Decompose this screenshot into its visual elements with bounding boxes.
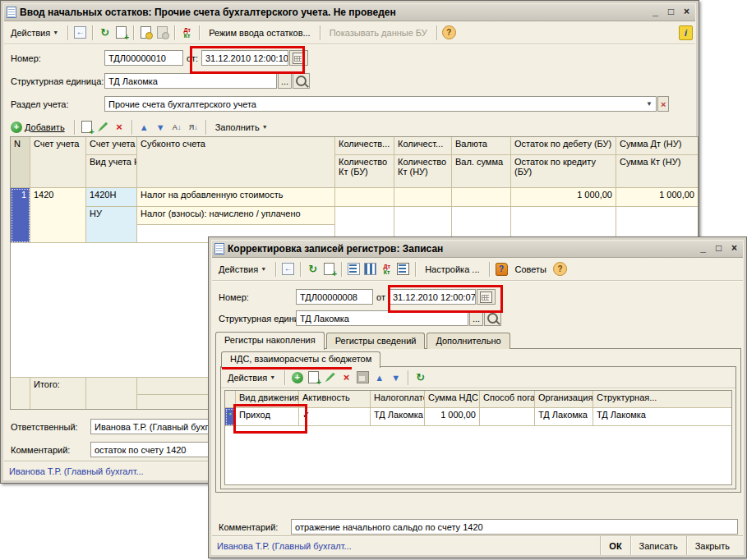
actions-menu-button[interactable]: Действия▼ [7, 26, 62, 39]
col-header-structural-unit[interactable]: Структурная... [593, 391, 731, 408]
col-header-qty-nu[interactable]: Количест... [394, 137, 452, 155]
help-icon[interactable]: ? [553, 262, 567, 276]
col-header-account-nu[interactable]: Счет учета НУ [86, 137, 137, 155]
post-document-icon[interactable]: ← [73, 25, 87, 39]
move-down-icon[interactable]: ▼ [389, 370, 403, 384]
help-icon[interactable]: ? [442, 25, 456, 39]
table-row[interactable]: 1 1420 1420Н НУ Налог на добавленную сто… [11, 188, 698, 243]
number-field[interactable]: ТДЛ00000010 [104, 50, 183, 66]
subconto-cell[interactable]: Налог на добавленную стоимость [137, 188, 335, 207]
chevron-down-icon[interactable]: ▼ [646, 100, 652, 108]
minimize-icon[interactable]: _ [697, 243, 709, 255]
sum-dt-nu-cell[interactable]: 1 000,00 [616, 188, 698, 207]
account-cell[interactable]: 1420 [30, 188, 86, 243]
save-rows-icon[interactable] [356, 370, 370, 384]
col-header-kind-nu[interactable]: Вид учета НУ [86, 155, 137, 188]
maximize-icon[interactable]: □ [712, 243, 725, 255]
report-icon[interactable] [396, 262, 410, 276]
dtkt-icon[interactable]: ДтКт [380, 262, 394, 276]
balance-entry-mode-button[interactable]: Режим ввода остатков... [205, 26, 315, 39]
col-header-organization[interactable]: Организация [535, 391, 593, 408]
fill-menu-button[interactable]: Заполнить▼ [211, 121, 272, 134]
current-user-link[interactable]: Иванова Т.Р. (Главный бухгалт... [9, 466, 144, 476]
copy-row-icon[interactable] [307, 370, 320, 384]
move-down-icon[interactable]: ▼ [154, 120, 168, 134]
number-field[interactable]: ТДЛ00000008 [296, 289, 373, 305]
sort-desc-icon[interactable]: Я↓ [187, 120, 201, 134]
edit-row-icon[interactable] [323, 370, 337, 384]
copy-document-icon[interactable] [322, 262, 336, 276]
vat-sum-cell[interactable]: 1 000,00 [425, 408, 480, 426]
organization-cell[interactable]: ТД Лакомка [535, 408, 593, 426]
subconto-nu-cell[interactable]: Налог (взносы): начислено / уплачено [137, 207, 335, 225]
close-icon[interactable]: × [680, 7, 693, 18]
col-header-sum-dt-nu[interactable]: Сумма Дт (НУ) [616, 137, 698, 155]
col-header-n[interactable]: N [11, 137, 30, 188]
copy-document-icon[interactable] [114, 25, 128, 39]
col-header-qty-kt-nu[interactable]: Количество Кт (НУ) [394, 155, 452, 188]
add-row-button[interactable]: + Добавить [7, 120, 69, 135]
save-button[interactable]: Записать [630, 536, 686, 555]
col-header-qty-kt-bu[interactable]: Количество Кт (БУ) [335, 155, 394, 188]
front-titlebar[interactable]: Корректировка записей регистров: Записан… [212, 241, 743, 258]
account-nu-kind-cell[interactable]: НУ [86, 207, 137, 243]
col-header-vat-sum[interactable]: Сумма НДС [425, 391, 480, 408]
tab-additional[interactable]: Дополнительно [427, 333, 510, 349]
move-up-icon[interactable]: ▲ [372, 370, 386, 384]
tab-information-registers[interactable]: Регистры сведений [326, 333, 426, 349]
maximize-icon[interactable]: □ [665, 7, 677, 18]
account-nu-cell[interactable]: 1420Н [86, 188, 137, 207]
col-header-subconto[interactable]: Субконто счета [137, 137, 335, 188]
col-header-cur-sum[interactable]: Вал. сумма [452, 155, 511, 188]
section-field[interactable]: Прочие счета бухгалтерского учета ▼ [104, 96, 657, 112]
col-header-qty-bu[interactable]: Количеств... [335, 137, 394, 155]
col-header-currency[interactable]: Валюта [452, 137, 511, 155]
col-header-sum-kt-nu[interactable]: Сумма Кт (НУ) [616, 155, 698, 188]
search-icon[interactable] [293, 73, 310, 89]
ellipsis-button[interactable]: ... [278, 73, 292, 89]
movements-grid-icon[interactable] [363, 262, 377, 276]
edit-row-icon[interactable] [96, 120, 110, 134]
settings-button[interactable]: Настройка ... [421, 263, 483, 276]
comment-field[interactable]: отражение начального сальдо по счету 142… [291, 519, 738, 535]
unit-field[interactable]: ТД Лакомка [104, 73, 277, 89]
structural-unit-cell[interactable]: ТД Лакомка [593, 408, 731, 426]
tab-vat-register[interactable]: НДС, взаиморасчеты с бюджетом [221, 351, 380, 368]
col-header-credit-bu[interactable]: Остаток по кредиту (БУ) [511, 155, 616, 188]
col-header-debit-bu[interactable]: Остаток по дебету (БУ) [511, 137, 616, 155]
reread-icon[interactable]: ↻ [98, 25, 112, 39]
activity-cell[interactable]: ✓ [299, 408, 371, 426]
close-icon[interactable]: × [728, 243, 740, 255]
current-user-link[interactable]: Иванова Т.Р. (Главный бухгалт... [217, 541, 352, 551]
info-icon[interactable]: i [679, 25, 693, 39]
post-document-icon[interactable]: ← [281, 262, 295, 276]
col-header-taxpayer[interactable]: Налогоплате... [371, 391, 425, 408]
tab-accumulation-registers[interactable]: Регистры накопления [215, 332, 325, 350]
sort-asc-icon[interactable]: А↓ [170, 120, 184, 134]
show-bu-data-button[interactable]: Показывать данные БУ [325, 26, 431, 39]
tips-book-icon[interactable]: ? [495, 262, 509, 276]
ok-button[interactable]: ОК [600, 536, 629, 555]
conduct-icon[interactable] [139, 25, 153, 39]
col-header-activity[interactable]: Активность [299, 391, 371, 408]
reread-icon[interactable]: ↻ [306, 262, 320, 276]
actions-menu-button[interactable]: Действия▼ [214, 263, 270, 276]
actions-menu-button[interactable]: Действия▼ [224, 371, 279, 384]
col-header-account[interactable]: Счет учета [30, 137, 86, 188]
clear-icon[interactable]: × [657, 96, 669, 112]
minimize-icon[interactable]: _ [649, 7, 662, 18]
add-row-icon[interactable]: + [290, 370, 304, 384]
delete-row-icon[interactable]: × [339, 370, 353, 384]
back-titlebar[interactable]: Ввод начальных остатков: Прочие счета бу… [4, 4, 695, 21]
settle-method-cell[interactable] [480, 408, 535, 426]
undo-conduct-icon[interactable] [155, 25, 169, 39]
tips-button[interactable]: Советы [511, 263, 551, 276]
close-button[interactable]: Закрыть [686, 536, 738, 555]
copy-row-icon[interactable] [80, 120, 94, 134]
taxpayer-cell[interactable]: ТД Лакомка [371, 408, 425, 426]
dtkt-icon[interactable]: ДтКт [180, 25, 194, 39]
col-header-settle-method[interactable]: Способ пога... [480, 391, 535, 408]
move-up-icon[interactable]: ▲ [137, 120, 151, 134]
delete-row-icon[interactable]: × [113, 120, 127, 134]
row-number-cell[interactable]: 1 [11, 188, 30, 243]
